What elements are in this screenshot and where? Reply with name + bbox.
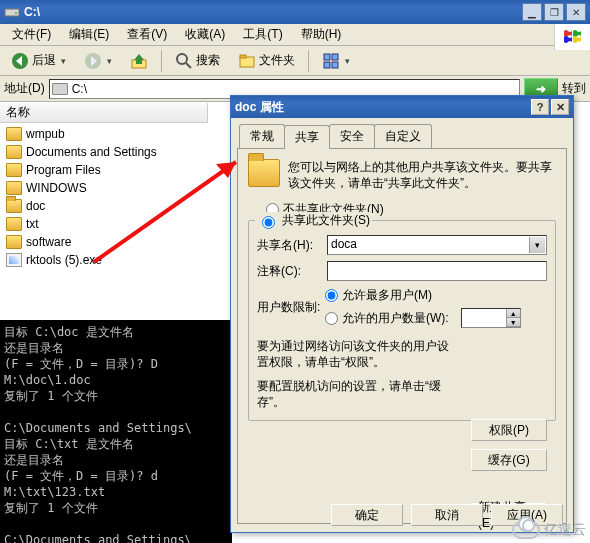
svg-rect-9 [324,54,330,60]
address-path: C:\ [72,82,87,96]
permissions-text: 要为通过网络访问该文件夹的用户设置权限，请单击“权限”。 [257,338,457,370]
menu-tools[interactable]: 工具(T) [235,24,290,45]
file-name: wmpub [26,127,65,141]
menu-edit[interactable]: 编辑(E) [61,24,117,45]
minimize-button[interactable]: ▁ [522,3,542,21]
toolbar-separator [308,50,309,72]
window-title: C:\ [24,5,520,19]
forward-button[interactable]: ▾ [77,49,119,73]
folders-label: 文件夹 [259,52,295,69]
column-header-name[interactable]: 名称 [0,103,208,123]
cache-button[interactable]: 缓存(G) [471,449,547,471]
file-name: software [26,235,71,249]
comment-field[interactable] [327,261,547,281]
permissions-button[interactable]: 权限(P) [471,419,547,441]
chevron-down-icon: ▾ [61,56,66,66]
search-icon [175,52,193,70]
tab-general[interactable]: 常规 [239,124,285,148]
window-titlebar: C:\ ▁ ❐ ✕ [0,0,590,24]
sharename-value: doca [331,237,357,251]
spinner-up[interactable]: ▲ [506,309,520,318]
radio-max-users-label: 允许最多用户(M) [342,287,432,304]
exe-icon [6,253,22,267]
svg-rect-10 [332,54,338,60]
comment-label: 注释(C): [257,263,321,280]
cache-text: 要配置脱机访问的设置，请单击“缓存”。 [257,378,457,410]
address-label: 地址(D) [4,80,45,97]
file-name: Program Files [26,163,101,177]
folder-icon [6,145,22,159]
tab-panel-sharing: 您可以与网络上的其他用户共享该文件夹。要共享该文件夹，请单击“共享此文件夹”。 … [237,148,567,524]
spinner-down[interactable]: ▼ [506,318,520,327]
file-name: WINDOWS [26,181,87,195]
close-button[interactable]: ✕ [566,3,586,21]
dialog-title: doc 属性 [235,99,529,116]
svg-point-1 [15,12,17,14]
sharing-info-text: 您可以与网络上的其他用户共享该文件夹。要共享该文件夹，请单击“共享此文件夹”。 [288,159,556,191]
views-icon [322,52,340,70]
user-count-spinner[interactable]: ▲▼ [461,308,521,328]
back-button[interactable]: 后退 ▾ [4,49,73,73]
svg-line-6 [186,63,191,68]
properties-dialog: doc 属性 ? ✕ 常规 共享 安全 自定义 您可以与网络上的其他用户共享该文… [230,95,574,533]
back-label: 后退 [32,52,56,69]
sharename-combo[interactable]: doca ▾ [327,235,547,255]
svg-rect-8 [240,55,246,58]
radio-share-folder[interactable] [262,216,275,229]
svg-rect-12 [332,62,338,68]
up-icon [130,52,148,70]
cloud-icon [512,521,540,539]
search-button[interactable]: 搜索 [168,49,227,73]
maximize-button[interactable]: ❐ [544,3,564,21]
radio-allow-n-users-label: 允许的用户数量(W): [342,310,449,327]
radio-share-folder-label: 共享此文件夹(S) [282,212,370,229]
menu-favorites[interactable]: 收藏(A) [177,24,233,45]
file-name: txt [26,217,39,231]
help-button[interactable]: ? [531,99,549,115]
toolbar-separator [161,50,162,72]
user-limit-label: 用户数限制: [257,299,321,316]
folder-icon [6,163,22,177]
tab-sharing[interactable]: 共享 [284,125,330,149]
cancel-button[interactable]: 取消 [411,504,483,526]
drive-icon [4,4,20,20]
dialog-titlebar[interactable]: doc 属性 ? ✕ [231,96,573,118]
folders-button[interactable]: 文件夹 [231,49,302,73]
views-button[interactable]: ▾ [315,49,357,73]
file-name: rktools (5).exe [26,253,102,267]
windows-flag-icon [554,24,590,50]
svg-point-5 [177,54,187,64]
folders-icon [238,52,256,70]
radio-allow-n-users[interactable] [325,312,338,325]
folder-icon [6,181,22,195]
toolbar: 后退 ▾ ▾ 搜索 文件夹 ▾ [0,46,590,76]
search-label: 搜索 [196,52,220,69]
sharename-label: 共享名(H): [257,237,321,254]
folder-icon [6,199,22,213]
back-icon [11,52,29,70]
chevron-down-icon[interactable]: ▾ [529,237,545,253]
chevron-down-icon: ▾ [107,56,112,66]
folder-icon [6,235,22,249]
menu-file[interactable]: 文件(F) [4,24,59,45]
up-button[interactable] [123,49,155,73]
tab-security[interactable]: 安全 [329,124,375,148]
chevron-down-icon: ▾ [345,56,350,66]
folder-icon [6,217,22,231]
menu-bar: 文件(F) 编辑(E) 查看(V) 收藏(A) 工具(T) 帮助(H) [0,24,590,46]
radio-max-users[interactable] [325,289,338,302]
dialog-close-button[interactable]: ✕ [551,99,569,115]
menu-view[interactable]: 查看(V) [119,24,175,45]
watermark: 亿速云 [512,521,586,539]
tab-strip: 常规 共享 安全 自定义 [239,124,567,148]
watermark-text: 亿速云 [544,521,586,539]
share-group: 共享此文件夹(S) 共享名(H): doca ▾ 注释(C): 用户数限制: [248,220,556,421]
svg-rect-0 [5,9,19,16]
arrow-right-icon: ➜ [536,82,546,96]
folder-icon [6,127,22,141]
menu-help[interactable]: 帮助(H) [293,24,350,45]
ok-button[interactable]: 确定 [331,504,403,526]
tab-custom[interactable]: 自定义 [374,124,432,148]
forward-icon [84,52,102,70]
file-name: Documents and Settings [26,145,157,159]
